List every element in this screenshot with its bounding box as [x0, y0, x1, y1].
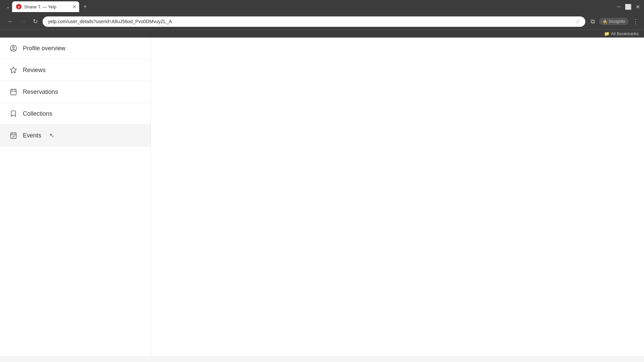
sidebar-item-collections-label: Collections [23, 110, 52, 117]
active-tab[interactable]: y Shane T. — Yelp ✕ [12, 1, 79, 12]
star-icon [9, 66, 17, 74]
sidebar-item-events-label: Events [23, 132, 41, 139]
user-circle-icon [9, 44, 17, 52]
close-btn[interactable]: ✕ [636, 4, 640, 10]
page-content: Profile overview Reviews Reservations [0, 38, 644, 356]
sidebar: Profile overview Reviews Reservations [0, 38, 151, 356]
menu-icon[interactable]: ⋮ [633, 18, 639, 25]
sidebar-item-reviews-label: Reviews [23, 67, 46, 74]
all-bookmarks-link[interactable]: 📁 All Bookmarks [604, 31, 639, 36]
svg-rect-7 [11, 133, 16, 139]
address-bar[interactable]: yelp.com/user_details?userid=A8uJ58od_Pv… [43, 16, 585, 27]
sidebar-item-reservations-label: Reservations [23, 88, 58, 96]
sidebar-item-collections[interactable]: Collections [0, 103, 151, 125]
window-controls: ─ ⬜ ✕ [617, 4, 640, 10]
back-btn[interactable]: ← [5, 17, 15, 26]
browser-titlebar: ⌄ y Shane T. — Yelp ✕ + ─ ⬜ ✕ [0, 0, 644, 13]
maximize-btn[interactable]: ⬜ [625, 4, 632, 10]
svg-point-1 [12, 47, 14, 49]
forward-btn[interactable]: → [18, 17, 28, 26]
tab-favicon: y [16, 4, 21, 9]
incognito-label: Incognito [609, 19, 625, 24]
events-calendar-icon [9, 131, 17, 139]
minimize-btn[interactable]: ─ [617, 4, 621, 10]
footer: About About Yelp Careers Press Investor … [0, 356, 644, 362]
svg-rect-3 [11, 89, 16, 95]
reload-btn[interactable]: ↻ [31, 16, 40, 26]
tab-close-btn[interactable]: ✕ [72, 4, 76, 9]
new-tab-btn[interactable]: + [80, 2, 90, 12]
cursor-icon: ↖ [49, 132, 54, 139]
calendar-icon [9, 88, 17, 96]
tab-title: Shane T. — Yelp [24, 4, 56, 9]
bookmark-star-icon[interactable]: ☆ [575, 18, 580, 25]
svg-marker-2 [10, 67, 16, 73]
bookmark-icon [9, 110, 17, 118]
url-display: yelp.com/user_details?userid=A8uJ58od_Pv… [48, 19, 573, 24]
sidebar-item-reviews[interactable]: Reviews [0, 59, 151, 81]
sidebar-item-profile-overview-label: Profile overview [23, 45, 65, 52]
extensions-icon[interactable]: ⧉ [591, 18, 595, 25]
incognito-badge[interactable]: 🕵 Incognito [599, 18, 629, 25]
all-bookmarks-label: All Bookmarks [611, 31, 639, 36]
sidebar-item-profile-overview[interactable]: Profile overview [0, 38, 151, 59]
tab-group-btn[interactable]: ⌄ [4, 3, 12, 11]
sidebar-item-reservations[interactable]: Reservations [0, 81, 151, 103]
bookmarks-folder-icon: 📁 [604, 31, 609, 36]
incognito-icon: 🕵 [602, 19, 607, 24]
bookmarks-bar: 📁 All Bookmarks [0, 29, 644, 38]
main-content [151, 38, 644, 356]
toolbar-right: ⧉ 🕵 Incognito ⋮ [591, 18, 639, 25]
browser-toolbar: ← → ↻ yelp.com/user_details?userid=A8uJ5… [0, 13, 644, 29]
browser-chrome: ⌄ y Shane T. — Yelp ✕ + ─ ⬜ ✕ ← → ↻ yelp… [0, 0, 644, 38]
sidebar-item-events[interactable]: Events ↖ [0, 125, 151, 146]
